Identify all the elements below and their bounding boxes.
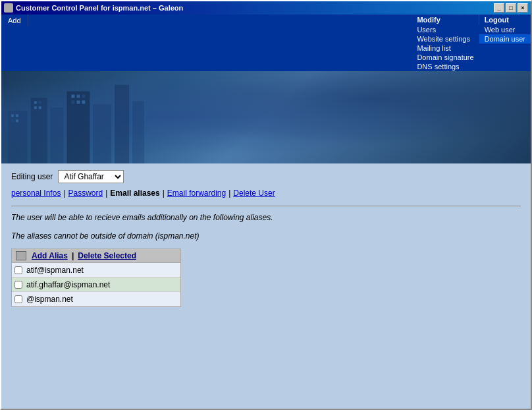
window-title: Customer Control Panel for ispman.net – … (16, 4, 183, 12)
svg-rect-12 (39, 101, 41, 103)
editing-user-row: Editing user Atif Ghaffar (11, 170, 521, 183)
svg-rect-14 (39, 106, 41, 109)
tab-delete-user[interactable]: Delete User (233, 189, 275, 198)
user-select[interactable]: Atif Ghaffar (58, 170, 124, 183)
modify-dns[interactable]: DNS settings (412, 62, 479, 71)
alias-row: atif.ghaffar@ispman.net (12, 278, 180, 292)
svg-rect-10 (16, 119, 18, 122)
alias-checkbox-3[interactable] (14, 295, 22, 303)
title-bar-left: Customer Control Panel for ispman.net – … (4, 3, 183, 13)
modify-domain-sig[interactable]: Domain signature (412, 53, 479, 62)
tab-email-aliases[interactable]: Email aliases (110, 189, 159, 198)
tab-email-forwarding[interactable]: Email forwarding (167, 189, 226, 198)
svg-rect-4 (93, 104, 111, 163)
add-alias-button[interactable]: Add Alias (32, 251, 68, 260)
alias-row: atif@ispman.net (12, 263, 180, 278)
svg-rect-19 (76, 100, 80, 103)
main-content: Editing user Atif Ghaffar personal Infos… (1, 163, 531, 409)
svg-rect-6 (132, 101, 144, 163)
alias-checkbox-1[interactable] (14, 266, 22, 274)
window: Customer Control Panel for ispman.net – … (0, 0, 532, 410)
app-icon (4, 3, 13, 13)
close-button[interactable]: × (518, 3, 528, 13)
tab-password[interactable]: Password (68, 189, 103, 198)
alias-checkbox-2[interactable] (14, 281, 22, 289)
svg-rect-2 (51, 107, 64, 163)
svg-rect-5 (115, 85, 129, 163)
svg-rect-20 (82, 100, 85, 103)
logout-domain-user[interactable]: Domain user (479, 34, 531, 44)
svg-rect-0 (8, 111, 28, 163)
minimize-button[interactable]: _ (494, 3, 504, 13)
alias-header-row: Add Alias | Delete Selected (12, 249, 180, 263)
svg-rect-7 (11, 114, 14, 117)
svg-rect-17 (82, 95, 85, 98)
svg-rect-18 (71, 100, 74, 103)
logout-web-user[interactable]: Web user (479, 25, 531, 34)
svg-rect-16 (76, 95, 80, 98)
alias-select-all-checkbox[interactable] (16, 251, 26, 260)
modify-menu-header[interactable]: Modify (412, 15, 479, 25)
modify-submenu: Users Website settings Mailing list Doma… (412, 25, 479, 71)
svg-rect-13 (34, 106, 37, 109)
alias-email-2: atif.ghaffar@ispman.net (26, 280, 110, 289)
maximize-button[interactable]: □ (506, 3, 516, 13)
svg-rect-9 (11, 119, 14, 122)
modify-menu-group: Modify Users Website settings Mailing li… (412, 15, 479, 71)
tab-navigation: personal Infos | Password | Email aliase… (11, 189, 521, 198)
info-text-line1: The user will be able to recieve emails … (11, 212, 521, 223)
alias-row: @ispman.net (12, 292, 180, 307)
svg-rect-15 (71, 95, 74, 98)
tab-divider (11, 206, 521, 206)
editing-label: Editing user (11, 172, 53, 181)
delete-selected-button[interactable]: Delete Selected (78, 251, 136, 260)
logout-menu-group: Logout Web user Domain user (479, 15, 531, 44)
hero-banner (1, 71, 531, 163)
alias-email-1: atif@ispman.net (26, 266, 84, 275)
logout-submenu: Web user Domain user (479, 25, 531, 44)
info-text-line2: The aliases cannot be outside of domain … (11, 230, 521, 242)
alias-email-3: @ispman.net (26, 295, 73, 304)
title-bar-controls: _ □ × (494, 3, 528, 13)
svg-rect-11 (34, 101, 37, 103)
modify-website[interactable]: Website settings (412, 34, 479, 44)
add-menu[interactable]: Add (8, 16, 21, 24)
svg-rect-8 (16, 114, 18, 117)
logout-menu-header[interactable]: Logout (479, 15, 531, 25)
modify-mailing[interactable]: Mailing list (412, 44, 479, 53)
tab-personal-infos[interactable]: personal Infos (11, 189, 61, 198)
title-bar: Customer Control Panel for ispman.net – … (1, 1, 531, 15)
modify-users[interactable]: Users (412, 25, 479, 34)
alias-container: Add Alias | Delete Selected atif@ispman.… (11, 249, 181, 307)
